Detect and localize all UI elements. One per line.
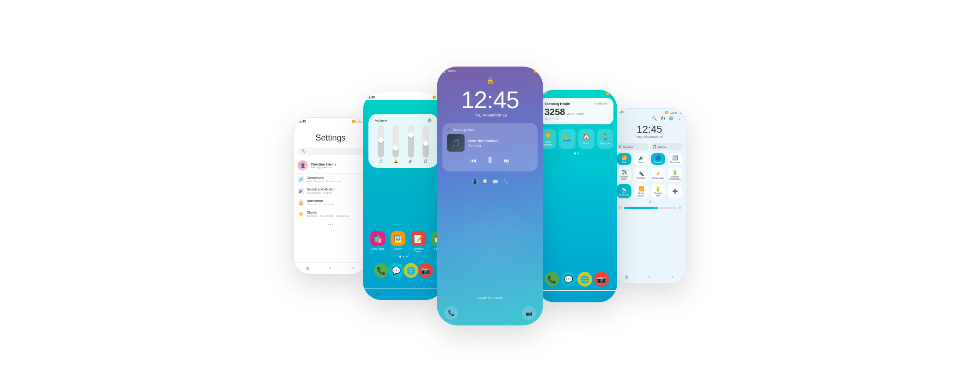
dock-camera-4[interactable]: 📷	[594, 272, 609, 287]
next-track-button[interactable]: ⏭	[503, 157, 510, 164]
vol-slider-media[interactable]: 🔊	[405, 125, 417, 163]
settings-title: Settings	[294, 124, 367, 147]
phone-shortcut-button[interactable]: 📞	[444, 306, 458, 320]
widget-swim[interactable]: 🏊	[559, 129, 575, 149]
volume-title: Volume	[375, 118, 387, 122]
nav-back-2[interactable]: ＜	[427, 291, 430, 296]
qs-settings-icon[interactable]: ⚙️	[668, 116, 674, 121]
health-widget[interactable]: Samsung Health Galaxy fit 3258 /6000 Ste…	[540, 98, 613, 124]
camera-shortcut-button[interactable]: 📷	[522, 306, 536, 320]
qs-media-btn[interactable]: 🎵 Media	[650, 143, 682, 150]
vol-slider-music[interactable]: 🎵	[375, 125, 387, 163]
volume-settings-icon[interactable]: ⚙️	[427, 118, 432, 122]
dock-messages-4[interactable]: 💬	[561, 272, 576, 287]
rotate-icon: 🔄	[672, 155, 678, 160]
profile-section[interactable]: 👤 Christina Adams adams@gmail.com	[294, 158, 367, 174]
qs-tile-airplane[interactable]: ✈️ Airplane mode	[617, 167, 631, 182]
search-icon: 🔍	[301, 149, 306, 153]
connections-label: Connections	[307, 176, 363, 179]
qs-tile-blue-light[interactable]: 💡 Blue light filter	[651, 184, 666, 198]
widget-going-out[interactable]: 🚶 Going out	[597, 129, 613, 149]
nav-recent-5[interactable]: |||	[625, 275, 628, 280]
qs-tile-add[interactable]: ➕	[668, 184, 682, 198]
power-mode-icon: ⚡	[655, 171, 661, 176]
vol-ring-icon: 🔔	[394, 159, 398, 163]
dock-browser-4[interactable]: 🌐	[577, 272, 592, 287]
nav-home-1[interactable]: ○	[329, 266, 331, 270]
dock-phone[interactable]: 📞	[374, 263, 389, 278]
notif-other-icon: 🔧	[502, 179, 508, 184]
settings-item-notifications[interactable]: 🔔 Notifications Status bar · Do not dist…	[294, 197, 367, 208]
wireless-power-icon: 🔋	[672, 170, 678, 175]
settings-item-more: • • •	[294, 220, 367, 229]
phones-showcase: 12:45 📶 100% Settings 🔍 👤 Christina Adam…	[0, 0, 980, 392]
nav-back-1[interactable]: ＜	[351, 265, 355, 270]
vol-slider-voice[interactable]: 🎵	[420, 125, 432, 163]
sounds-sub: Sounds mode · Ringtone	[307, 191, 363, 194]
nav-home-4[interactable]: ○	[575, 294, 577, 298]
music-controls: ⏮ ⏸ ⏭	[447, 152, 533, 167]
chevron-down-icon[interactable]: ∨	[679, 206, 681, 210]
qs-tile-flashlight[interactable]: 🔦 Flashlight	[634, 167, 649, 182]
settings-item-connections[interactable]: 🔗 Connections Wi-Fi · Bluetooth · Airpla…	[294, 174, 367, 185]
nav-bar-5: ||| ○ ＜	[613, 272, 686, 283]
status-bar-1: 12:45 📶 100%	[294, 118, 367, 124]
qs-more-icon[interactable]: ⋮	[677, 116, 681, 121]
nav-recent-2[interactable]: |||	[376, 292, 379, 296]
nav-recent-1[interactable]: |||	[306, 266, 309, 270]
qs-power-icon[interactable]: ⏻	[661, 116, 665, 121]
settings-search[interactable]: 🔍	[298, 147, 363, 155]
app-galaxy-store[interactable]: 🛍️ Galaxy Store	[370, 231, 385, 253]
nav-back-5[interactable]: ＜	[670, 275, 674, 280]
qs-tile-power-mode[interactable]: ⚡ Power mode	[651, 167, 666, 182]
play-pause-button[interactable]: ⏸	[486, 155, 494, 165]
settings-item-display[interactable]: ☀️ Display Brightness · Blue light filte…	[294, 208, 367, 220]
qs-tile-sound[interactable]: 🔊 Sound	[634, 153, 649, 165]
phone-health: 12:45 📶 🔋 Samsung Health Galaxy fit 3258…	[536, 90, 617, 302]
music-widget[interactable]: 🎵 Samsung music 🎵 Over the horizon Samsu…	[442, 123, 538, 172]
nav-home-5[interactable]: ○	[648, 275, 650, 280]
nav-back-4[interactable]: ＜	[600, 294, 604, 299]
health-steps: 3258	[545, 107, 565, 117]
dock-browser[interactable]: 🌐	[404, 263, 418, 278]
dock-messages[interactable]: 💬	[389, 263, 404, 278]
phone-settings: 12:45 📶 100% Settings 🔍 👤 Christina Adam…	[294, 117, 368, 275]
dock-camera[interactable]: 📷	[418, 263, 433, 278]
volume-sliders: 🎵 🔔 🔊	[375, 126, 432, 163]
app-gallery[interactable]: 🖼️ Gallery	[391, 231, 405, 253]
status-icons-1: 📶 100%	[352, 120, 363, 123]
qs-devices-btn[interactable]: ⊞ Devices	[617, 143, 649, 150]
notif-messages-icon: 💬	[482, 179, 488, 184]
qs-tile-hotspot[interactable]: 📶 Mobile hotspot	[634, 184, 649, 198]
widget-home[interactable]: 🏠 Home	[578, 129, 594, 149]
wifi-icon: 📶	[621, 155, 627, 160]
app-dock-area: 🛍️ Galaxy Store 🖼️ Gallery 📝 Samsung Not…	[363, 172, 444, 288]
nav-home-2[interactable]: ○	[402, 292, 404, 296]
settings-item-sounds[interactable]: 🔊 Sounds and vibration Sounds mode · Rin…	[294, 185, 367, 197]
phone-dock-4: 📞 💬 🌐 📷	[536, 269, 617, 290]
qs-tile-wireless-power[interactable]: 🔋 Wireless PowerShare	[668, 167, 682, 182]
qs-tile-rotate[interactable]: 🔄 Auto rotate	[668, 153, 682, 165]
qs-search-icon[interactable]: 🔍	[652, 116, 657, 121]
prev-track-button[interactable]: ⏮	[470, 157, 477, 164]
widget-grid: ☀️ Good morning 🏊 🏠 Home 🚶 Going out	[536, 127, 617, 151]
profile-name: Christina Adams	[311, 163, 363, 166]
vol-music-icon: 🎵	[379, 159, 383, 163]
qs-tile-bluetooth[interactable]: 🔵 Bluetooth	[651, 153, 666, 165]
qs-tile-wifi[interactable]: 📶 Wi-Fi	[617, 153, 631, 165]
health-steps-goal: /6000 Steps	[567, 112, 584, 116]
bg-circle	[444, 196, 536, 288]
time-1: 12:45	[298, 120, 306, 123]
app-samsung-notes[interactable]: 📝 Samsung Notes	[411, 231, 426, 253]
dock-phone-4[interactable]: 📞	[545, 272, 559, 287]
qs-tile-mobile-data[interactable]: 📡 Mobile data	[617, 184, 631, 198]
music-artist: Samsung	[468, 144, 533, 147]
airplane-icon: ✈️	[621, 170, 627, 175]
media-icon: 🎵	[652, 145, 657, 149]
vol-slider-ring[interactable]: 🔔	[390, 125, 402, 163]
connections-sub: Wi-Fi · Bluetooth · Airplane mode	[307, 180, 363, 183]
swim-icon: 🏊	[563, 135, 571, 142]
brightness-slider[interactable]: 🌕 ∨	[613, 204, 686, 211]
devices-icon: ⊞	[619, 145, 622, 149]
nav-recent-4[interactable]: |||	[550, 294, 552, 298]
